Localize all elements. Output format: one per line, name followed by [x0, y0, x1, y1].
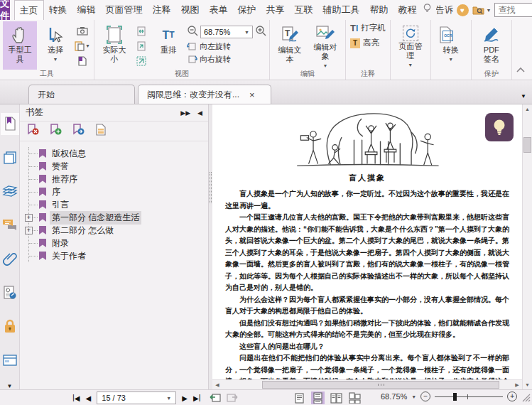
bookmark-item-selected[interactable]: +第一部分 信念塑造生活 [29, 211, 208, 224]
expand-current-bookmark-button[interactable] [95, 124, 107, 139]
expander-icon[interactable]: + [25, 227, 33, 234]
zoom-out-icon[interactable] [187, 25, 198, 39]
tab-close-icon[interactable]: × [249, 90, 255, 100]
vertical-scrollbar[interactable]: ▲ ▼ [522, 104, 532, 389]
security-panel-button[interactable] [1, 315, 19, 338]
bookmark-item[interactable]: 引言 [29, 198, 208, 211]
menu-tab-edit[interactable]: 编辑 [72, 0, 101, 20]
highlight-button[interactable]: T 高亮 [349, 36, 387, 50]
menu-tab-convert[interactable]: 转换 [44, 0, 72, 20]
menu-tab-share[interactable]: 共享 [261, 0, 290, 20]
tab-list-dropdown-icon[interactable]: ▼ [521, 93, 526, 99]
paste-dropdown-icon[interactable]: ▼ [85, 43, 90, 48]
zoom-in-icon[interactable] [255, 25, 266, 39]
assistant-lightbulb-button[interactable] [485, 113, 514, 141]
zoom-slider[interactable] [435, 392, 503, 401]
file-menu-button[interactable]: 文件 [0, 0, 10, 20]
fit-width-button[interactable] [133, 25, 150, 37]
menu-tab-connect[interactable]: 互联 [290, 0, 318, 20]
bookmark-item[interactable]: 序 [29, 185, 208, 198]
bookmark-item[interactable]: 赞誉 [29, 160, 208, 173]
actual-size-button[interactable]: 实际大小 [97, 21, 131, 70]
bookmark-item[interactable]: +第二部分 怎么做 [29, 224, 208, 237]
scroll-down-icon[interactable]: ▼ [523, 382, 532, 387]
zoom-out-button[interactable]: − [420, 392, 430, 401]
last-page-button[interactable]: ▶| [193, 394, 201, 402]
attachments-panel-button[interactable] [1, 248, 19, 270]
expander-icon[interactable]: + [25, 214, 33, 222]
menu-tab-protect[interactable]: 保护 [233, 0, 261, 20]
horizontal-scroll-thumb[interactable] [262, 381, 499, 389]
window-resize-grip[interactable] [522, 394, 531, 404]
reflow-button[interactable]: TT 重排 [151, 21, 185, 70]
layers-panel-button[interactable] [1, 180, 19, 202]
find-input[interactable] [494, 3, 532, 17]
select-tool-button[interactable]: 选择 ▼ [38, 21, 72, 70]
page-combo-dropdown-icon[interactable]: ▼ [166, 396, 171, 401]
facing-view-button[interactable] [330, 392, 343, 404]
bookmark-item[interactable]: 附录 [29, 237, 208, 249]
first-page-button[interactable]: |◀ [72, 394, 80, 402]
previous-page-button[interactable]: ◀ [86, 394, 92, 402]
menu-tab-help[interactable]: 帮助 [365, 0, 393, 20]
bookmarks-panel-button[interactable] [1, 113, 19, 135]
zoom-combo-dropdown-icon[interactable]: ▼ [244, 30, 249, 35]
folder-search-icon[interactable]: ▼ [472, 5, 492, 15]
digital-signatures-panel-button[interactable] [1, 282, 19, 304]
ribbon-collapse-button[interactable] [516, 63, 525, 75]
hand-tool-button[interactable]: 手型工具 [3, 21, 37, 70]
heart-icon[interactable]: ♥ [457, 4, 469, 16]
tell-me-label[interactable]: 告诉 [436, 4, 453, 16]
vertical-scroll-thumb[interactable] [523, 137, 531, 153]
next-page-button[interactable]: ▶ [182, 394, 188, 402]
comments-panel-button[interactable] [1, 215, 19, 237]
doc-tab-document[interactable]: 阈限思维：改变并没有... × [138, 85, 271, 104]
page-management-dropdown-icon[interactable]: ▼ [408, 60, 413, 70]
edit-object-button[interactable]: 编辑对象 ▼ [308, 21, 342, 70]
menu-tab-home[interactable]: 主页 [14, 0, 44, 20]
lightbulb-icon[interactable] [422, 3, 433, 17]
menu-tab-view[interactable]: 视图 [176, 0, 205, 20]
fit-page-button[interactable] [133, 40, 150, 52]
bookmark-item[interactable]: 推荐序 [29, 173, 208, 185]
add-bookmark-button[interactable] [50, 124, 62, 139]
convert-dropdown-icon[interactable]: ▼ [448, 55, 453, 64]
previous-view-button[interactable] [210, 392, 221, 404]
delete-bookmark-button[interactable] [27, 124, 39, 139]
ribbon-zoom-combo[interactable]: 68.75% ▼ [200, 26, 253, 38]
next-view-button[interactable] [227, 392, 238, 404]
fit-visible-button[interactable] [133, 55, 150, 67]
from-clipboard-page-button[interactable] [74, 55, 91, 67]
goto-bookmark-button[interactable] [72, 124, 85, 139]
scroll-left-icon[interactable]: ◀ [212, 380, 222, 389]
bookmark-item[interactable]: 关于作者 [29, 249, 208, 262]
select-dropdown-icon[interactable]: ▼ [53, 55, 58, 64]
facing-continuous-view-button[interactable] [348, 392, 362, 404]
horizontal-scrollbar[interactable]: ◀ ▶ [212, 379, 522, 389]
menu-tab-comment[interactable]: 注释 [148, 0, 176, 20]
menu-tab-accessibility[interactable]: 辅助工具 [318, 0, 365, 20]
single-page-view-button[interactable] [293, 392, 306, 404]
doc-tab-start[interactable]: 开始 [28, 85, 135, 104]
typewriter-button[interactable]: TI 打字机 [349, 21, 387, 35]
status-zoom-dropdown-icon[interactable]: ▼ [411, 394, 416, 399]
strip-more-icon[interactable]: ▼ [7, 383, 13, 389]
rotate-left-button[interactable]: 向左旋转 [187, 41, 266, 52]
page-number-combo[interactable]: 15 / 73 ▼ [97, 392, 176, 404]
pdf-page[interactable]: 盲人摸象 盲人摸象是一个广为人知的故事，你一定听过。不过因为这个故事的重要性，我… [212, 104, 522, 379]
rotate-right-button[interactable]: 向右旋转 [187, 54, 266, 65]
convert-button[interactable]: OCR 转换 ▼ [434, 21, 468, 70]
folder-search-dropdown-icon[interactable]: ▼ [487, 8, 492, 13]
menu-tab-tutorial[interactable]: 教程 [393, 0, 422, 20]
scroll-right-icon[interactable]: ▶ [512, 380, 522, 389]
bookmark-item[interactable]: 版权信息 [29, 147, 208, 160]
scroll-up-icon[interactable]: ▲ [523, 107, 532, 112]
zoom-slider-knob[interactable] [453, 393, 457, 401]
zoom-in-button[interactable]: + [507, 392, 517, 401]
status-zoom-value[interactable]: 68.75% [381, 392, 407, 401]
snapshot-camera-button[interactable] [74, 25, 91, 37]
panel-collapse-icon[interactable]: ◀ [197, 109, 202, 117]
clipboard-paste-button[interactable]: ▼ [74, 40, 91, 52]
edit-text-button[interactable]: T 编辑文本 [273, 21, 307, 70]
page-thumbnails-button[interactable] [1, 147, 19, 169]
